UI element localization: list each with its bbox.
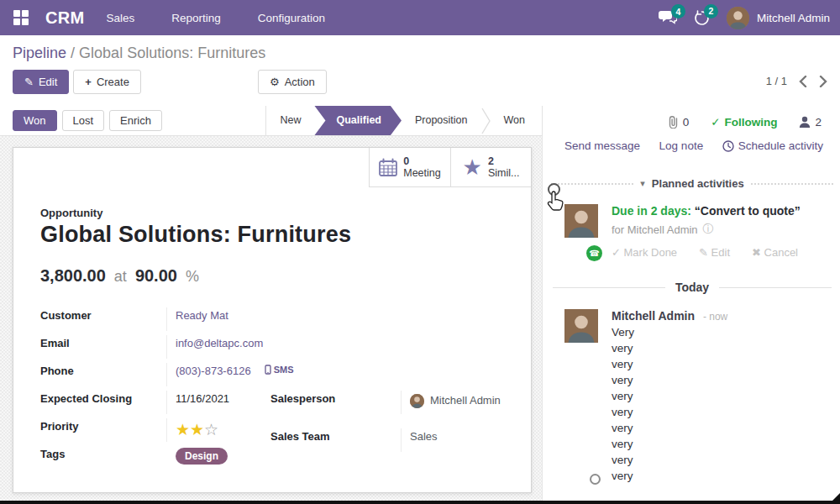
dotted-divider xyxy=(751,183,833,185)
similar-leads-stat-button[interactable]: ★ 2 Simil... xyxy=(450,148,531,186)
chatter-panel: 0 ✓ Following 2 Send message Log note Sc… xyxy=(543,106,840,504)
similar-count: 2 xyxy=(488,155,520,167)
field-grid: Customer Ready Mat Email info@deltapc.co… xyxy=(40,307,504,474)
customer-label: Customer xyxy=(40,307,166,322)
attachments-button[interactable]: 0 xyxy=(668,115,690,129)
breadcrumb-pipeline[interactable]: Pipeline xyxy=(13,45,66,61)
breadcrumb-current: Global Solutions: Furnitures xyxy=(79,45,265,61)
chevron-down-icon: ▾ xyxy=(640,178,645,189)
expected-closing-label: Expected Closing xyxy=(40,391,166,405)
create-button[interactable]: + Create xyxy=(73,70,141,94)
email-value[interactable]: info@deltapc.com xyxy=(176,337,263,349)
activity-assignee: for Mitchell Admin xyxy=(612,223,698,236)
phone-activity-badge-icon: ☎ xyxy=(586,245,602,261)
message-author[interactable]: Mitchell Admin xyxy=(612,309,695,323)
record-type-label: Opportunity xyxy=(40,207,504,219)
control-panel: Pipeline / Global Solutions: Furnitures … xyxy=(0,35,840,106)
pager-previous-icon[interactable] xyxy=(799,76,807,87)
meeting-label: Meeting xyxy=(403,167,440,179)
opportunity-title: Global Solutions: Furnitures xyxy=(40,222,504,248)
schedule-activity-button[interactable]: Schedule activity xyxy=(722,139,823,152)
priority-stars: ★★☆ xyxy=(166,418,267,442)
star-filled-icon[interactable]: ★ xyxy=(190,421,204,438)
enrich-button[interactable]: Enrich xyxy=(109,110,162,131)
dotted-divider xyxy=(551,183,633,185)
messages-button[interactable]: 4 xyxy=(659,10,677,25)
lost-button[interactable]: Lost xyxy=(62,110,105,131)
priority-label: Priority xyxy=(40,418,166,433)
email-label: Email xyxy=(40,335,166,349)
won-button[interactable]: Won xyxy=(13,110,57,131)
stage-won[interactable]: Won xyxy=(491,106,538,135)
follower-count: 2 xyxy=(815,116,822,129)
menu-reporting[interactable]: Reporting xyxy=(171,12,221,24)
phone-value[interactable]: (803)-873-6126 xyxy=(176,365,251,377)
menu-configuration[interactable]: Configuration xyxy=(258,12,325,24)
user-menu[interactable]: Mitchell Admin xyxy=(727,7,830,29)
probability-value: 90.00 xyxy=(135,266,177,286)
messages-count-badge: 4 xyxy=(671,4,685,18)
stage-new[interactable]: New xyxy=(266,106,314,135)
menu-sales[interactable]: Sales xyxy=(106,12,134,24)
activity-edit-button[interactable]: ✎ Edit xyxy=(699,246,730,259)
user-name: Mitchell Admin xyxy=(757,12,830,24)
window-bottom-bar xyxy=(0,501,840,504)
following-toggle[interactable]: ✓ Following xyxy=(711,115,777,129)
star-filled-icon[interactable]: ★ xyxy=(176,421,190,438)
salesperson-label: Salesperson xyxy=(270,391,401,405)
activity-avatar xyxy=(564,204,598,238)
meetings-stat-button[interactable]: 0 Meeting xyxy=(370,148,450,186)
send-message-button[interactable]: Send message xyxy=(564,139,640,152)
phone-label: Phone xyxy=(40,363,166,377)
expected-closing-value: 11/16/2021 xyxy=(166,391,267,414)
form-background: 0 Meeting ★ 2 Simil... Opportunity Globa… xyxy=(0,136,543,504)
stage-qualified-active[interactable]: Qualified xyxy=(314,106,401,135)
log-note-button[interactable]: Log note xyxy=(659,139,704,152)
pager-next-icon[interactable] xyxy=(819,76,827,87)
message-type-badge-icon xyxy=(590,474,601,485)
mark-done-button[interactable]: ✓ Mark Done xyxy=(612,246,677,259)
customer-value[interactable]: Ready Mat xyxy=(176,309,228,322)
activity-due-text: Due in 2 days: xyxy=(612,204,691,218)
opportunity-form-sheet: 0 Meeting ★ 2 Simil... Opportunity Globa… xyxy=(13,147,532,493)
planned-activities-header[interactable]: ▾ Planned activities xyxy=(551,177,833,190)
followers-button[interactable]: 2 xyxy=(799,116,822,129)
stage-chevron-icon xyxy=(481,107,491,135)
activity-summary: “Convert to quote” xyxy=(695,204,801,218)
activities-button[interactable]: 2 xyxy=(694,10,710,26)
breadcrumb-separator: / xyxy=(71,45,75,61)
pencil-icon: ✎ xyxy=(24,76,34,88)
sales-team-value[interactable]: Sales xyxy=(401,428,510,452)
sms-button[interactable]: SMS xyxy=(265,365,294,375)
meeting-count: 0 xyxy=(403,155,440,167)
right-field-column: Salesperson Mitchell Admin Sales Team Sa… xyxy=(270,391,522,456)
mobile-phone-icon xyxy=(265,365,271,375)
edit-button[interactable]: ✎ Edit xyxy=(13,70,69,94)
crm-app-window: CRM Sales Reporting Configuration 4 2 xyxy=(0,0,840,504)
window-resize-corner xyxy=(832,493,840,501)
expected-revenue: 3,800.00 at 90.00 % xyxy=(40,266,504,286)
attachment-count: 0 xyxy=(683,116,690,129)
percent-sign: % xyxy=(186,268,199,286)
activity-cancel-button[interactable]: ✖ Cancel xyxy=(752,246,798,259)
revenue-amount: 3,800.00 xyxy=(40,266,106,286)
message-timestamp: - now xyxy=(703,311,727,323)
activities-count-badge: 2 xyxy=(704,4,718,18)
stage-proposition[interactable]: Proposition xyxy=(402,106,481,135)
pager-value: 1 / 1 xyxy=(766,75,787,87)
clock-icon xyxy=(722,140,734,152)
status-bar: Won Lost Enrich New Qualified Propositio… xyxy=(0,106,543,136)
tag-design[interactable]: Design xyxy=(176,448,228,465)
info-icon[interactable]: ⓘ xyxy=(703,222,714,237)
apps-menu-icon[interactable] xyxy=(13,10,29,25)
message-body: Very very very very very very very very … xyxy=(612,324,727,484)
tags-label: Tags xyxy=(40,446,166,460)
star-icon: ★ xyxy=(463,158,482,176)
action-button[interactable]: ⚙ Action xyxy=(258,70,327,94)
top-navbar: CRM Sales Reporting Configuration 4 2 xyxy=(0,0,840,35)
star-empty-icon[interactable]: ☆ xyxy=(204,421,218,438)
paperclip-icon xyxy=(668,115,679,129)
breadcrumb: Pipeline / Global Solutions: Furnitures xyxy=(0,35,840,62)
app-name[interactable]: CRM xyxy=(45,8,84,28)
salesperson-value[interactable]: Mitchell Admin xyxy=(430,392,501,409)
